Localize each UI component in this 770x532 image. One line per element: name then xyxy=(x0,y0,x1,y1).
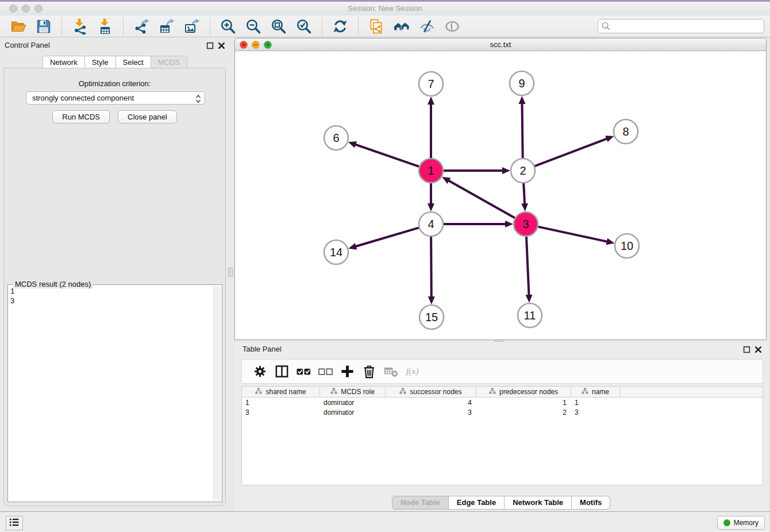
list-menu-icon xyxy=(8,516,21,531)
column-label: successor nodes xyxy=(410,388,461,396)
column-type-icon xyxy=(399,388,406,396)
table-panel-header: Table Panel xyxy=(242,345,762,356)
refresh-layout-icon[interactable] xyxy=(332,18,349,35)
control-panel: Control Panel NetworkStyleSelectMCDS Opt… xyxy=(0,38,230,509)
criterion-select[interactable]: strongly connected component xyxy=(26,91,205,105)
open-file-icon[interactable] xyxy=(10,18,27,35)
window-titlebar: Session: New Session xyxy=(0,2,770,16)
graph-node-label: 4 xyxy=(428,218,434,230)
show-details-icon xyxy=(444,18,461,35)
table-panel: Table Panel f(x) shared nameMCDS rolesuc… xyxy=(234,342,768,511)
graph-node-label: 15 xyxy=(425,311,438,323)
toolbar-separator xyxy=(61,18,62,35)
column-header-predecessor-nodes[interactable]: predecessor nodes xyxy=(476,387,571,397)
close-panel-button[interactable]: Close panel xyxy=(118,110,177,124)
main-toolbar xyxy=(0,16,770,37)
table-body: 1dominator4113dominator323 xyxy=(242,398,763,417)
select-all-icon[interactable] xyxy=(296,364,311,379)
table-cell[interactable]: 1 xyxy=(476,398,571,407)
export-table-icon[interactable] xyxy=(158,18,175,35)
table-cell[interactable]: 3 xyxy=(386,407,476,417)
graph-edge-3-11[interactable] xyxy=(526,237,529,295)
table-cell[interactable]: 1 xyxy=(242,398,320,407)
log-console-button[interactable] xyxy=(6,516,23,530)
graph-edge-3-10[interactable] xyxy=(538,227,607,242)
table-cell[interactable]: dominator xyxy=(320,407,386,417)
table-panel-title: Table Panel xyxy=(242,345,282,353)
first-neighbors-icon[interactable] xyxy=(393,18,410,35)
graph-edge-4-14[interactable] xyxy=(356,228,419,246)
graph-node-label: 10 xyxy=(621,240,633,252)
graph-edge-1-6[interactable] xyxy=(355,144,419,166)
float-panel-icon[interactable] xyxy=(743,346,750,353)
mcds-result-list[interactable]: 1 3 xyxy=(10,286,213,500)
zoom-in-icon[interactable] xyxy=(220,18,237,35)
tab-node-table[interactable]: Node Table xyxy=(392,496,449,510)
network-canvas[interactable]: 1234678910111415 xyxy=(235,51,766,340)
tab-edge-table[interactable]: Edge Table xyxy=(449,496,505,510)
graph-edge-2-8[interactable] xyxy=(535,138,607,166)
result-scrollbar[interactable] xyxy=(213,286,221,500)
zoom-selected-icon[interactable] xyxy=(295,18,313,35)
float-panel-icon[interactable] xyxy=(206,42,214,49)
tab-network-table[interactable]: Network Table xyxy=(505,496,572,510)
criterion-value: strongly connected component xyxy=(32,94,134,102)
export-network-icon[interactable] xyxy=(133,18,150,35)
close-panel-icon[interactable] xyxy=(218,42,225,49)
column-type-icon xyxy=(582,388,588,396)
vertical-splitter-handle[interactable] xyxy=(228,268,233,277)
table-cell[interactable]: 3 xyxy=(242,407,320,417)
table-cell[interactable]: 1 xyxy=(571,398,620,407)
graph-node-label: 9 xyxy=(518,77,525,90)
network-view-window: scc.txt 1234678910111415 xyxy=(234,38,767,340)
hide-selected-icon[interactable] xyxy=(418,18,436,35)
save-session-icon[interactable] xyxy=(35,18,52,35)
network-title: scc.txt xyxy=(235,40,766,49)
import-network-icon[interactable] xyxy=(71,18,88,35)
graph-edge-3-1[interactable] xyxy=(449,180,515,218)
graph-node-label: 6 xyxy=(333,132,339,144)
memory-button[interactable]: Memory xyxy=(717,516,765,530)
close-panel-icon[interactable] xyxy=(754,346,762,353)
zoom-fit-icon[interactable] xyxy=(270,18,287,35)
table-cell[interactable]: 2 xyxy=(476,407,571,417)
zoom-out-icon[interactable] xyxy=(245,18,262,35)
table-cell[interactable]: 3 xyxy=(571,407,620,417)
column-header-successor-nodes[interactable]: successor nodes xyxy=(386,387,476,397)
graph-edge-2-9[interactable] xyxy=(522,103,523,158)
deselect-all-icon[interactable] xyxy=(318,364,333,379)
add-column-icon[interactable] xyxy=(340,364,355,379)
settings-gear-icon[interactable] xyxy=(252,364,267,379)
search-input[interactable] xyxy=(598,19,764,33)
memory-status-dot xyxy=(723,519,730,526)
table-row[interactable]: 1dominator411 xyxy=(242,398,763,407)
import-table-icon[interactable] xyxy=(97,18,114,35)
graph-node-label: 3 xyxy=(522,218,529,230)
graph-node-label: 14 xyxy=(330,246,342,259)
table-row[interactable]: 3dominator323 xyxy=(242,407,763,417)
column-type-icon xyxy=(489,388,496,396)
column-label: predecessor nodes xyxy=(499,388,558,396)
export-image-icon[interactable] xyxy=(183,18,201,35)
table-cell[interactable]: 4 xyxy=(386,398,476,407)
network-window-titlebar[interactable]: scc.txt xyxy=(235,38,766,51)
control-panel-header: Control Panel xyxy=(5,41,225,52)
delete-column-icon[interactable] xyxy=(361,364,376,379)
tab-motifs[interactable]: Motifs xyxy=(572,496,610,510)
column-header-shared-name[interactable]: shared name xyxy=(242,387,320,397)
table-cell[interactable]: dominator xyxy=(320,398,386,407)
split-columns-icon[interactable] xyxy=(274,364,289,379)
control-panel-title: Control Panel xyxy=(5,41,50,49)
search-field-wrap xyxy=(598,19,764,33)
mcds-panel: Optimization criterion: strongly connect… xyxy=(3,68,226,506)
run-mcds-button[interactable]: Run MCDS xyxy=(52,110,110,124)
graph-edge-4-15[interactable] xyxy=(431,237,432,297)
clone-network-icon[interactable] xyxy=(368,18,385,35)
graph-edge-2-3[interactable] xyxy=(523,183,525,204)
column-header-MCDS-role[interactable]: MCDS role xyxy=(320,387,386,397)
column-header-name[interactable]: name xyxy=(571,387,620,397)
graph-node-label: 2 xyxy=(519,164,526,177)
toolbar-separator xyxy=(322,18,322,35)
graph-node-label: 7 xyxy=(428,78,434,90)
column-label: name xyxy=(592,388,609,396)
